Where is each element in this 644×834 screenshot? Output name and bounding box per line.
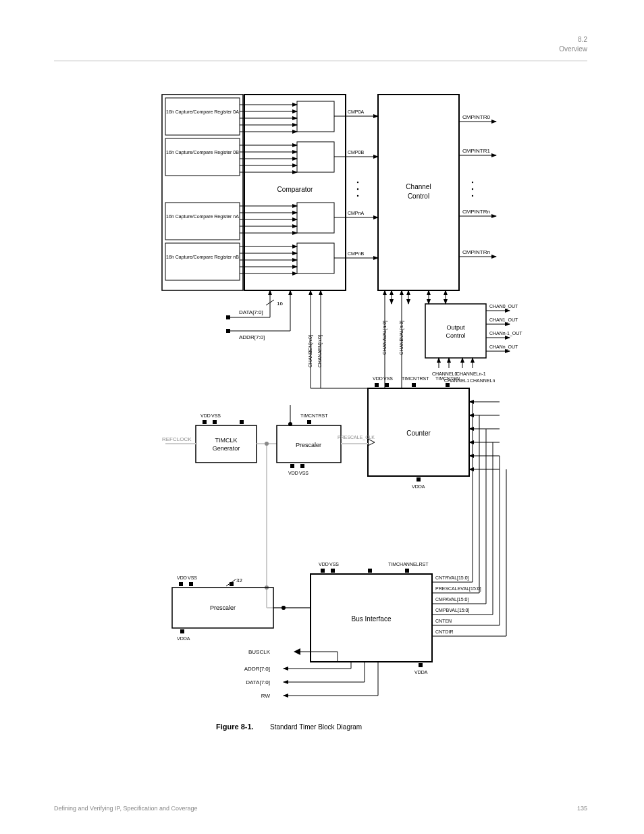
wire-cnten: CNTEN <box>435 619 452 623</box>
sig-rw: RW <box>261 693 271 699</box>
svg-marker-106 <box>294 648 300 655</box>
svg-point-135 <box>281 606 286 610</box>
svg-rect-69 <box>446 383 450 387</box>
counter-title: Counter <box>406 429 431 437</box>
counter-en: TIMCNTEN <box>435 376 460 381</box>
svg-rect-84 <box>213 420 217 424</box>
bi-rst: TIMCHANNELRST <box>388 562 429 567</box>
prescale-reg-title: Prescaler <box>210 604 236 611</box>
svg-rect-103 <box>368 569 372 573</box>
sig-chann1out: CHANn-1_OUT <box>489 331 522 336</box>
figure-caption-prefix: Figure 8-1. <box>216 723 254 731</box>
sig-chan0out: CHAN0_OUT <box>489 304 518 309</box>
prescale-reg-vdd: VDD <box>177 575 187 580</box>
svg-point-35 <box>357 188 358 190</box>
comparator-title: Comparator <box>277 186 313 193</box>
sig-cmp0B: CMP0B <box>348 150 364 155</box>
footer-title: Defining and Verifying IP, Specification… <box>54 805 197 812</box>
svg-rect-89 <box>307 420 311 424</box>
bi-vss: VSS <box>329 562 339 567</box>
sig-cmp0A: CMP0A <box>348 109 364 114</box>
sig-data: DATA[7:0] <box>246 679 270 685</box>
timclk-title2: Generator <box>213 445 240 452</box>
wire-cmpaval: CMPAVAL[15:0] <box>435 597 468 602</box>
svg-point-34 <box>357 182 358 183</box>
bus-interface-title: Bus Interface <box>352 615 392 623</box>
prescale-reg-block: Prescaler VDD VSS VDDA 32 <box>172 575 311 641</box>
svg-rect-4 <box>165 243 240 280</box>
svg-rect-105 <box>419 663 423 667</box>
bi-vdd: VDD <box>319 562 329 567</box>
sig-cmpintr0: CMPINTR0 <box>462 114 490 120</box>
svg-rect-129 <box>179 582 183 586</box>
lbl-chanaen: CHANAEN[n:0] <box>317 335 323 367</box>
svg-rect-85 <box>240 420 244 424</box>
comparator-addr-in: ADDR[7:0] <box>239 334 265 340</box>
counter-rst: TIMCNTRST <box>402 376 429 381</box>
wire-prescaleval: PRESCALEVAL[15:0] <box>435 586 481 592</box>
sig-channeln: CHANNELn <box>470 378 495 383</box>
wire-cntdir: CNTDIR <box>435 629 453 634</box>
svg-point-36 <box>357 195 358 197</box>
svg-rect-2 <box>165 138 240 176</box>
svg-rect-104 <box>405 569 409 573</box>
sig-channel0: CHANNEL0 <box>432 371 457 376</box>
comparator-block: 16h Capture/Compare Register 0A 16h Capt… <box>162 95 378 340</box>
sig-cmpintr1: CMPINTR1 <box>462 148 490 154</box>
bi-vdda: VDDA <box>414 670 428 675</box>
sig-refclk: REFCLOCK <box>162 436 192 442</box>
output-control-block: Output Control CHAN0_OUT CHAN1_OUT CHANn… <box>425 304 522 383</box>
prescale-reg-vdda: VDDA <box>177 636 190 641</box>
svg-rect-70 <box>417 477 421 481</box>
svg-point-93 <box>288 422 292 426</box>
svg-rect-82 <box>196 425 257 463</box>
lbl-chanbval: CHANBVAL[n:0] <box>399 321 404 355</box>
svg-rect-56 <box>425 304 486 358</box>
channel-control-title1: Channel <box>406 183 431 190</box>
output-control-title2: Control <box>446 332 465 339</box>
header-section-num: 8.2 <box>578 36 587 43</box>
footer-page: 135 <box>577 805 587 812</box>
counter-vdd: VDD <box>373 376 383 381</box>
svg-rect-102 <box>331 569 335 573</box>
svg-point-50 <box>472 188 473 190</box>
svg-rect-66 <box>375 383 379 387</box>
svg-rect-90 <box>290 464 294 468</box>
reg-nB: 16h Capture/Compare Register nB <box>166 255 239 260</box>
comparator-buswidth: 16 <box>277 301 283 307</box>
sig-addr: ADDR[7:0] <box>244 666 270 672</box>
timclk-vss: VSS <box>211 413 221 418</box>
timclk-block: TIMCLK Generator VDD VSS REFCLOCK <box>162 413 277 463</box>
prescaler-vss: VSS <box>299 471 308 475</box>
svg-rect-6 <box>297 101 334 132</box>
reg-0B: 16h Capture/Compare Register 0B <box>166 150 239 155</box>
comparator-data-in: DATA[7:0] <box>239 309 263 315</box>
svg-rect-39 <box>226 315 230 319</box>
svg-rect-42 <box>226 329 230 333</box>
sig-channout: CHANn_OUT <box>489 344 518 350</box>
timclk-title1: TIMCLK <box>215 437 237 444</box>
output-control-title1: Output <box>446 324 465 331</box>
figure-caption-text: Standard Timer Block Diagram <box>270 723 362 731</box>
channel-control-title2: Control <box>408 192 429 200</box>
diagram-canvas: 8.2 Overview 16h Capture/Compare Registe… <box>0 0 644 834</box>
prescaler-vdd: VDD <box>288 471 298 475</box>
svg-point-51 <box>472 195 473 197</box>
svg-rect-3 <box>165 203 240 240</box>
svg-rect-132 <box>180 629 184 633</box>
svg-rect-8 <box>297 203 334 233</box>
lbl-chanben: CHANBEN[n:0] <box>308 335 313 367</box>
channel-control-block: Channel Control CMPINTR0 CMPINTR1 CMPINT… <box>378 95 496 304</box>
counter-block: Counter VDD VSS TIMCNTRST TIMCNTEN VDDA <box>311 290 500 489</box>
sig-channeln1: CHANNELn-1 <box>456 371 486 376</box>
sig-cmpnA: CMPnA <box>348 211 364 215</box>
header-section-title: Overview <box>559 45 587 53</box>
prescaler-rst: TIMCNTRST <box>300 413 328 418</box>
prescaler-block: Prescaler TIMCNTRST VDD VSS PRESCALE_CLK <box>277 405 375 475</box>
reg-0A: 16h Capture/Compare Register 0A <box>166 109 239 115</box>
sig-cmpintrn1: CMPINTRn <box>462 209 490 215</box>
svg-rect-1 <box>165 98 240 135</box>
lbl-chanaval: CHANAVAL[n:0] <box>382 321 387 355</box>
svg-rect-0 <box>162 95 243 290</box>
svg-rect-101 <box>321 569 325 573</box>
